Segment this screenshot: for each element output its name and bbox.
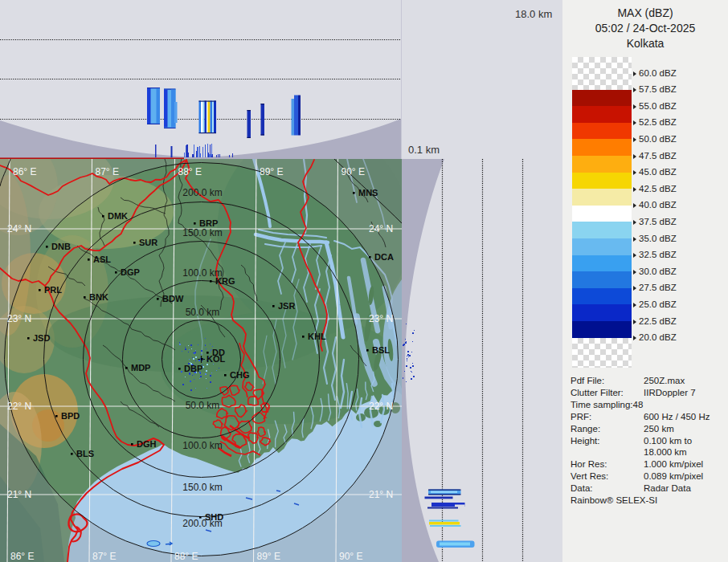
svg-text:50.0 km: 50.0 km [186,400,220,411]
svg-text:23° N: 23° N [7,313,31,324]
svg-text:89° E: 89° E [260,166,283,177]
svg-text:18.0 km: 18.0 km [515,8,552,20]
svg-text:24° N: 24° N [369,223,393,234]
svg-text:50.0 km: 50.0 km [186,307,220,318]
svg-text:88° E: 88° E [174,551,198,562]
svg-text:CHG: CHG [230,370,249,380]
svg-text:PRL: PRL [44,285,62,295]
svg-text:100.0 km: 100.0 km [182,440,222,451]
svg-text:DNB: DNB [51,242,71,251]
svg-text:JSD: JSD [33,333,50,343]
svg-text:BRP: BRP [199,218,218,228]
svg-text:88° E: 88° E [178,166,202,177]
svg-text:150.0 km: 150.0 km [182,482,222,493]
svg-text:90° E: 90° E [339,551,362,562]
svg-text:SUR: SUR [139,238,157,247]
svg-text:150.0 km: 150.0 km [182,227,222,238]
svg-text:MNS: MNS [358,188,378,198]
svg-text:BDW: BDW [162,294,184,303]
svg-text:BLS: BLS [76,449,94,458]
svg-text:ASL: ASL [93,255,111,264]
svg-text:21° N: 21° N [369,489,393,500]
svg-text:JSR: JSR [278,301,295,311]
svg-text:22° N: 22° N [369,401,393,412]
svg-text:90° E: 90° E [342,166,365,177]
svg-text:BPD: BPD [61,411,80,421]
svg-text:23° N: 23° N [369,313,393,324]
svg-text:KRG: KRG [215,276,235,286]
svg-text:DCA: DCA [374,252,394,262]
svg-text:BNK: BNK [89,292,108,302]
svg-text:86° E: 86° E [10,551,34,562]
svg-text:SHD: SHD [205,512,223,522]
svg-text:87° E: 87° E [96,166,119,177]
svg-text:87° E: 87° E [92,551,116,562]
svg-text:KOL: KOL [207,354,226,364]
svg-text:BSL: BSL [372,345,390,355]
svg-text:DMK: DMK [108,211,128,221]
svg-text:MDP: MDP [131,363,150,373]
svg-text:DBP: DBP [184,364,202,373]
svg-text:KHL: KHL [308,332,326,341]
svg-text:86° E: 86° E [13,166,36,177]
svg-text:0.1 km: 0.1 km [408,144,440,156]
svg-text:DGH: DGH [137,439,157,449]
svg-text:89° E: 89° E [257,551,280,562]
svg-text:21° N: 21° N [7,489,31,500]
svg-text:DGP: DGP [121,267,140,277]
svg-text:200.0 km: 200.0 km [182,187,222,198]
svg-text:22° N: 22° N [7,401,31,412]
svg-text:24° N: 24° N [7,223,31,234]
